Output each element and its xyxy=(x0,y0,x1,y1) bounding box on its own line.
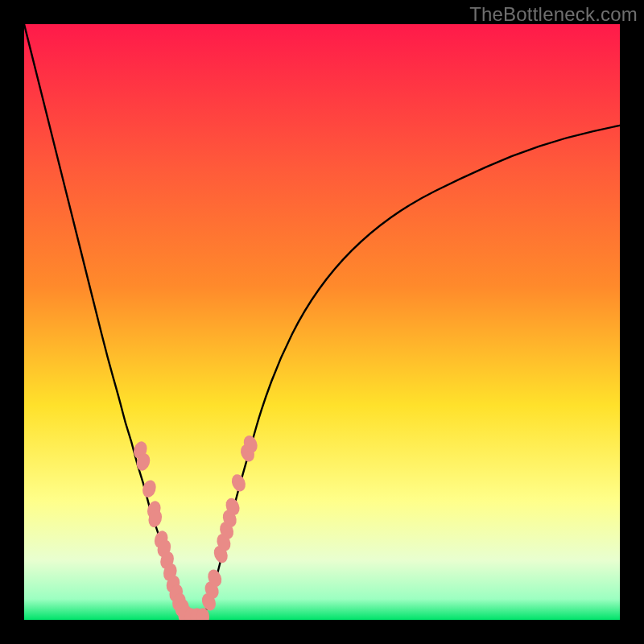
chart-frame: TheBottleneck.com xyxy=(0,0,644,644)
gradient-background xyxy=(24,24,620,620)
watermark-text: TheBottleneck.com xyxy=(469,3,638,26)
plot-area xyxy=(24,24,620,620)
chart-svg xyxy=(24,24,620,620)
